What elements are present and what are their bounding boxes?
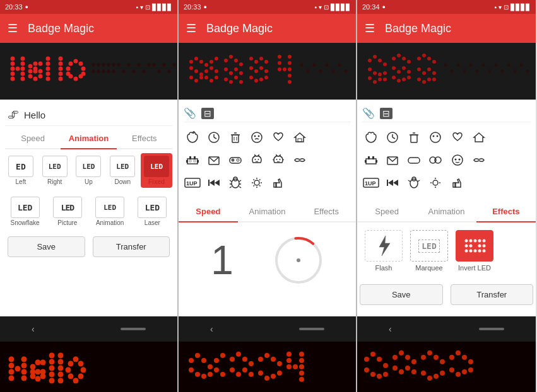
svg-rect-176	[187, 159, 198, 164]
back-chevron-3[interactable]: ‹	[389, 324, 392, 334]
svg-point-357	[465, 250, 468, 253]
tab-effects-2[interactable]: Effects	[297, 202, 356, 222]
anim-down[interactable]: LED Down	[107, 153, 138, 188]
icon-mail[interactable]	[205, 151, 223, 169]
icon-3-trash[interactable]	[405, 129, 423, 146]
svg-point-130	[239, 80, 243, 84]
icon-1up[interactable]: 1UP	[184, 174, 201, 192]
icon-3-face2[interactable]	[449, 151, 466, 169]
effect-flash-box	[365, 230, 403, 262]
tab-effects-1[interactable]: Effects	[117, 129, 172, 149]
tab-effects-3[interactable]: Effects	[476, 202, 536, 222]
icon-apple[interactable]	[184, 129, 201, 146]
icon-sun[interactable]	[248, 174, 266, 192]
icon-3-invader[interactable]	[362, 151, 380, 169]
svg-point-280	[402, 78, 406, 81]
tab-speed-1[interactable]: Speed	[5, 129, 61, 149]
anim-left[interactable]: ED Left	[5, 153, 37, 188]
icon-3-rewind[interactable]	[384, 174, 401, 192]
icon-controller[interactable]	[227, 151, 244, 169]
icon-trash[interactable]	[227, 129, 244, 146]
icon-3-faces[interactable]	[427, 151, 444, 169]
tab-speed-2[interactable]: Speed	[179, 202, 238, 222]
icon-heart[interactable]	[269, 129, 287, 146]
svg-point-80	[35, 376, 41, 382]
icon-cat2[interactable]	[269, 151, 287, 169]
anim-animation[interactable]: LED Animation	[90, 194, 130, 229]
icon-mustache[interactable]	[291, 151, 309, 169]
transfer-button-3[interactable]: Transfer	[451, 284, 534, 305]
back-chevron-2[interactable]: ‹	[210, 324, 213, 334]
effect-flash[interactable]: Flash	[365, 230, 403, 272]
led-display-2	[179, 43, 356, 100]
svg-point-254	[299, 364, 304, 369]
icon-3-bug[interactable]	[405, 174, 423, 192]
icon-3-clock[interactable]	[384, 129, 401, 146]
svg-point-3	[11, 72, 15, 76]
back-chevron-1[interactable]: ‹	[32, 324, 35, 334]
icon-3-heart[interactable]	[449, 129, 466, 146]
icon-3-mustache[interactable]	[470, 151, 488, 169]
svg-point-89	[58, 366, 64, 371]
anim-fixed[interactable]: LED Fixed	[141, 153, 172, 188]
icon-3-house[interactable]	[470, 129, 488, 146]
svg-point-112	[215, 69, 218, 73]
icon-bug[interactable]	[227, 174, 244, 192]
bottom-photo-3	[357, 342, 536, 392]
anim-up[interactable]: LED Up	[73, 153, 105, 188]
hamburger-menu-2[interactable]: ☰	[186, 21, 196, 35]
svg-point-85	[49, 372, 55, 378]
svg-point-29	[59, 72, 63, 76]
icon-invader[interactable]	[184, 151, 201, 169]
anim-snowflake[interactable]: LED Snowflake	[5, 194, 45, 229]
svg-point-242	[271, 357, 276, 362]
hamburger-menu-1[interactable]: ☰	[8, 21, 18, 35]
anim-right[interactable]: LED Right	[39, 153, 71, 188]
icon-clock[interactable]	[205, 129, 223, 146]
svg-point-153	[307, 70, 310, 73]
svg-point-384	[421, 371, 426, 376]
save-button-3[interactable]: Save	[360, 284, 443, 305]
svg-point-263	[373, 71, 377, 75]
svg-point-292	[427, 78, 431, 81]
icon-house[interactable]	[291, 129, 309, 146]
icon-3-1up[interactable]: 1UP	[362, 174, 380, 192]
transfer-button-1[interactable]: Transfer	[93, 236, 170, 257]
svg-point-149	[288, 67, 292, 71]
icon-cat[interactable]	[248, 151, 266, 169]
icon-dizzy[interactable]	[248, 129, 266, 146]
clip-icon-2: 📎	[184, 107, 196, 119]
icon-3-mail[interactable]	[384, 151, 401, 169]
anim-laser[interactable]: LED Laser	[133, 194, 172, 229]
tab-animation-1[interactable]: Animation	[61, 129, 116, 149]
tabs-row-3: Speed Animation Effects	[357, 202, 536, 222]
icon-3-sun[interactable]	[427, 174, 444, 192]
icon-rewind[interactable]	[205, 174, 223, 192]
icon-thumbsup[interactable]	[269, 174, 287, 192]
effect-marquee[interactable]: LED Marquee	[410, 230, 448, 272]
icon-3-dizzy[interactable]	[427, 129, 444, 146]
tab-animation-2[interactable]: Animation	[238, 202, 297, 222]
icon-3-controller[interactable]	[405, 151, 423, 169]
svg-point-138	[264, 69, 268, 73]
anim-picture[interactable]: LED Picture	[47, 194, 87, 229]
icon-3-apple[interactable]	[362, 129, 380, 146]
svg-point-159	[345, 70, 348, 73]
speed-dial[interactable]	[273, 235, 324, 285]
tab-speed-3[interactable]: Speed	[357, 202, 416, 222]
svg-point-236	[230, 367, 235, 372]
svg-point-186	[237, 159, 239, 161]
svg-point-375	[411, 359, 416, 364]
svg-point-128	[229, 80, 233, 84]
led-invert-svg	[357, 43, 536, 100]
effect-invert[interactable]: Invert LED	[456, 230, 493, 272]
svg-point-64	[9, 357, 15, 362]
icon-3-thumbsup[interactable]	[449, 174, 466, 192]
phone2-main-content: 📎 ⊟	[179, 100, 356, 316]
hamburger-menu-3[interactable]: ☰	[365, 21, 375, 35]
led-symbols-svg	[179, 43, 356, 100]
svg-point-16	[33, 69, 38, 74]
save-button-1[interactable]: Save	[8, 236, 85, 257]
svg-point-66	[9, 369, 15, 375]
tab-animation-3[interactable]: Animation	[416, 202, 476, 222]
